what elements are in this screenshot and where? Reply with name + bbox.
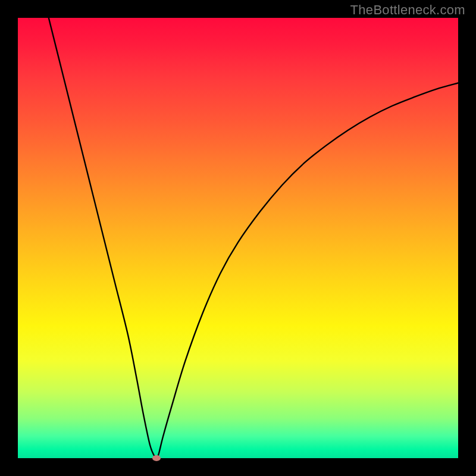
bottleneck-curve [18,18,458,458]
plot-area [18,18,458,458]
optimal-point-marker [152,455,161,461]
chart-frame: TheBottleneck.com [0,0,476,476]
watermark-text: TheBottleneck.com [350,2,465,18]
